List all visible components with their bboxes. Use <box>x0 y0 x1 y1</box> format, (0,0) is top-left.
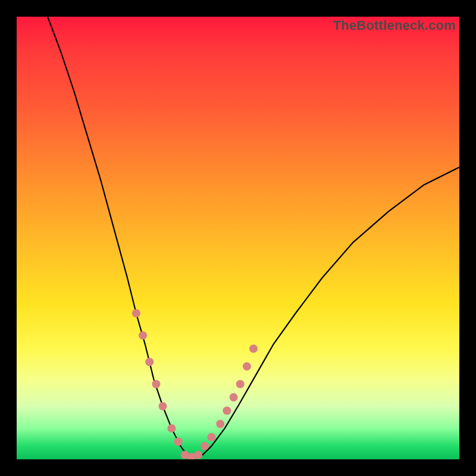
marker-dot <box>139 331 147 340</box>
marker-dot <box>216 420 224 428</box>
marker-dot <box>249 345 258 353</box>
marker-dot <box>132 309 140 318</box>
bottleneck-chart <box>17 17 459 459</box>
marker-dot <box>181 451 189 459</box>
marker-dot <box>230 393 238 402</box>
marker-dot <box>243 362 251 371</box>
marker-dot <box>223 406 231 415</box>
marker-dot <box>174 437 183 446</box>
bottleneck-curve-path <box>48 17 459 457</box>
marker-dot <box>159 402 167 411</box>
marker-group <box>132 309 258 460</box>
marker-dot <box>145 358 154 366</box>
marker-dot <box>207 433 215 441</box>
gradient-background: TheBottleneck.com <box>17 17 459 459</box>
chart-frame: TheBottleneck.com <box>14 14 462 462</box>
marker-dot <box>152 380 160 389</box>
marker-dot <box>167 424 176 433</box>
marker-dot <box>194 451 202 459</box>
watermark-label: TheBottleneck.com <box>333 18 456 33</box>
marker-dot <box>201 442 209 450</box>
marker-dot <box>187 453 196 459</box>
marker-dot <box>236 380 245 389</box>
